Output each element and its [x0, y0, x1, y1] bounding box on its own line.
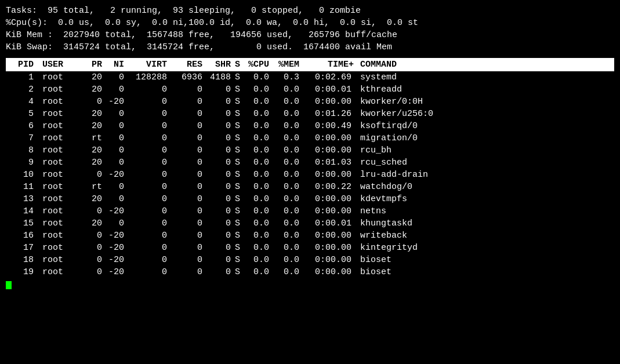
cell-pid: 1	[6, 71, 36, 83]
cell-user: root	[36, 205, 81, 217]
cell-virt: 128288	[125, 71, 166, 83]
bottom-bar	[6, 279, 614, 292]
cell-user: root	[36, 120, 81, 132]
table-header-row: PID USER PR NI VIRT RES SHR S %CPU %MEM …	[6, 58, 614, 71]
cell-cpu: 0.0	[241, 71, 271, 83]
cell-cmd: systemd	[354, 71, 614, 83]
cell-res: 0	[166, 266, 200, 278]
cell-mem: 0.0	[271, 156, 302, 169]
table-row: 5 root 20 0 0 0 0 S 0.0 0.0 0:01.26 kwor…	[6, 108, 614, 120]
cell-s: S	[230, 193, 241, 205]
table-row: 14 root 0 -20 0 0 0 S 0.0 0.0 0:00.00 ne…	[6, 205, 614, 217]
header-s: S	[230, 59, 241, 71]
cell-ni: -20	[103, 266, 125, 278]
cpu-line: %Cpu(s): 0.0 us, 0.0 sy, 0.0 ni,100.0 id…	[6, 17, 614, 29]
cell-s: S	[230, 254, 241, 266]
cell-shr: 0	[200, 242, 230, 254]
cell-shr: 0	[200, 254, 230, 266]
table-row: 4 root 0 -20 0 0 0 S 0.0 0.0 0:00.00 kwo…	[6, 96, 614, 108]
cell-virt: 0	[125, 156, 166, 169]
header-res: RES	[166, 59, 200, 71]
cell-cmd: kworker/0:0H	[354, 96, 614, 108]
cell-res: 0	[166, 205, 200, 217]
cell-shr: 0	[200, 169, 230, 181]
cell-time: 0:00.00	[302, 230, 354, 242]
cell-pid: 5	[6, 108, 36, 120]
cell-user: root	[36, 169, 81, 181]
cell-s: S	[230, 205, 241, 217]
cell-ni: 0	[103, 144, 125, 156]
cell-time: 0:00.01	[302, 217, 354, 230]
cell-time: 0:00.00	[302, 266, 354, 278]
cell-cmd: migration/0	[354, 132, 614, 144]
cell-cpu: 0.0	[241, 144, 271, 156]
header-section: Tasks: 95 total, 2 running, 93 sleeping,…	[6, 5, 614, 53]
cell-pid: 9	[6, 156, 36, 169]
table-row: 11 root rt 0 0 0 0 S 0.0 0.0 0:00.22 wat…	[6, 181, 614, 193]
cell-cpu: 0.0	[241, 132, 271, 144]
cell-shr: 0	[200, 230, 230, 242]
cell-pid: 13	[6, 193, 36, 205]
cell-cpu: 0.0	[241, 83, 271, 96]
cell-cpu: 0.0	[241, 181, 271, 193]
cell-s: S	[230, 242, 241, 254]
cell-time: 0:00.00	[302, 254, 354, 266]
header-user: USER	[36, 59, 81, 71]
header-time: TIME+	[302, 59, 354, 71]
cell-pid: 7	[6, 132, 36, 144]
cell-res: 0	[166, 144, 200, 156]
header-pr: PR	[81, 59, 103, 71]
cell-s: S	[230, 266, 241, 278]
cell-cmd: rcu_bh	[354, 144, 614, 156]
cell-cpu: 0.0	[241, 266, 271, 278]
cell-cpu: 0.0	[241, 242, 271, 254]
cell-ni: -20	[103, 96, 125, 108]
cell-cpu: 0.0	[241, 169, 271, 181]
cell-pr: 20	[81, 83, 103, 96]
cell-shr: 0	[200, 217, 230, 230]
cell-cmd: rcu_sched	[354, 156, 614, 169]
cell-virt: 0	[125, 193, 166, 205]
cell-shr: 0	[200, 83, 230, 96]
cell-mem: 0.0	[271, 266, 302, 278]
terminal-window: Tasks: 95 total, 2 running, 93 sleeping,…	[6, 5, 614, 292]
cell-pid: 4	[6, 96, 36, 108]
cell-pr: rt	[81, 181, 103, 193]
cell-virt: 0	[125, 242, 166, 254]
cell-pid: 19	[6, 266, 36, 278]
header-cpu: %CPU	[241, 59, 271, 71]
cell-pid: 8	[6, 144, 36, 156]
cell-ni: 0	[103, 108, 125, 120]
cell-time: 0:00.49	[302, 120, 354, 132]
cell-mem: 0.0	[271, 144, 302, 156]
cell-pr: 20	[81, 217, 103, 230]
cell-pr: 20	[81, 71, 103, 83]
cell-pid: 15	[6, 217, 36, 230]
cell-shr: 0	[200, 181, 230, 193]
cell-res: 0	[166, 181, 200, 193]
cell-pr: 20	[81, 120, 103, 132]
cell-user: root	[36, 96, 81, 108]
cell-virt: 0	[125, 217, 166, 230]
cell-time: 0:00.00	[302, 96, 354, 108]
cell-pid: 6	[6, 120, 36, 132]
cell-virt: 0	[125, 169, 166, 181]
cell-pr: 20	[81, 144, 103, 156]
cell-time: 0:00.00	[302, 242, 354, 254]
cell-shr: 0	[200, 108, 230, 120]
cell-user: root	[36, 83, 81, 96]
cell-mem: 0.0	[271, 120, 302, 132]
cell-cmd: kthreadd	[354, 83, 614, 96]
cell-virt: 0	[125, 254, 166, 266]
cell-pr: 0	[81, 169, 103, 181]
header-cmd: COMMAND	[354, 59, 614, 71]
cell-ni: -20	[103, 254, 125, 266]
cell-mem: 0.0	[271, 132, 302, 144]
cell-ni: -20	[103, 242, 125, 254]
cell-pr: 0	[81, 230, 103, 242]
table-row: 19 root 0 -20 0 0 0 S 0.0 0.0 0:00.00 bi…	[6, 266, 614, 278]
cell-time: 0:00.00	[302, 144, 354, 156]
cell-shr: 0	[200, 96, 230, 108]
cell-user: root	[36, 193, 81, 205]
cell-s: S	[230, 132, 241, 144]
